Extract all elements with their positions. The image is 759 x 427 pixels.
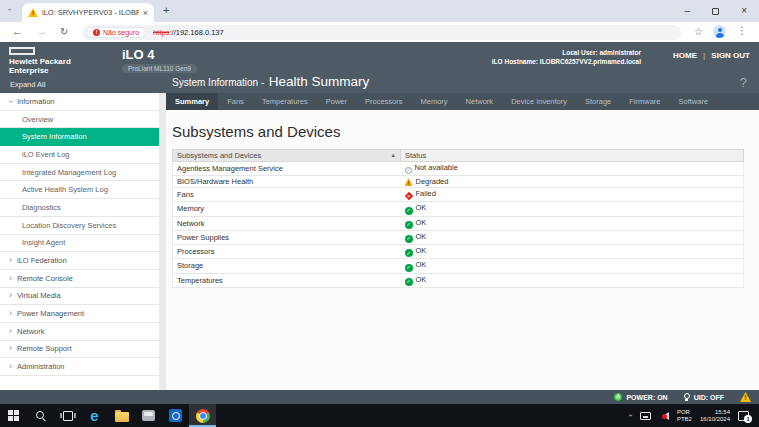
main-content: Subsystems and Devices Subsystems and De… [166,110,759,390]
chevron-right-icon: › [9,256,12,265]
file-explorer-button[interactable] [108,404,135,427]
power-icon [614,393,622,401]
product-block: iLO 4 ProLiant ML110 Gen9 [122,47,197,73]
sidebar: ›InformationOverviewSystem InformationiL… [0,93,159,390]
tab-search-chevron-icon[interactable]: › [5,8,14,11]
power-status-text: POWER: ON [626,394,667,401]
ilo-tab-memory[interactable]: Memory [412,93,457,110]
content-heading: Subsystems and Devices [172,123,759,140]
volume-muted-icon[interactable] [659,412,669,420]
column-header-status[interactable]: Status [401,150,744,162]
sidebar-section-remote-console[interactable]: ›Remote Console [0,270,159,288]
chrome-icon [196,409,210,423]
sidebar-label: Diagnostics [22,203,61,212]
sidebar-section-administration[interactable]: ›Administration [0,358,159,376]
network-icon[interactable] [640,412,651,420]
sidebar-item-insight-agent[interactable]: Insight Agent [0,235,159,253]
window-close-button[interactable]: × [741,6,747,16]
sidebar-label: iLO Federation [17,256,67,265]
start-button[interactable] [0,404,27,427]
sidebar-item-overview[interactable]: Overview [0,111,159,129]
back-button[interactable]: ← [12,25,23,37]
status-text: OK [416,203,427,212]
pinned-app-2-button[interactable] [162,404,189,427]
sidebar-item-location-discovery-services[interactable]: Location Discovery Services [0,217,159,235]
footer-warning-icon[interactable]: ! [740,392,751,402]
ilo-tab-software[interactable]: Software [670,93,718,110]
local-user-text: Local User: administrator [492,49,641,58]
sidebar-label: Virtual Media [17,291,61,300]
search-icon [35,410,47,422]
status-cell: ×Failed [401,188,744,202]
internet-explorer-button[interactable]: e [81,404,108,427]
sidebar-section-power-management[interactable]: ›Power Management [0,305,159,323]
power-status-group[interactable]: POWER: ON [614,393,667,401]
browser-toolbar: ← → ↻ ! Não seguro https://192.168.0.137… [0,22,759,42]
screen: › ! iLO: SRVHYPERV03 - ILOBRC62 × + – × … [0,0,759,427]
reload-button[interactable]: ↻ [60,26,68,37]
sign-out-link[interactable]: SIGN OUT [711,51,750,60]
column-header-subsystems[interactable]: Subsystems and Devices ▲ [173,150,401,162]
table-row-storage: Storage✓OK [173,259,744,273]
sidebar-label: Information [17,97,55,106]
tray-chevron-up-icon[interactable]: › [626,414,635,417]
chevron-right-icon: › [9,274,12,283]
ilo-tab-storage[interactable]: Storage [576,93,620,110]
sidebar-item-active-health-system-log[interactable]: Active Health System Log [0,181,159,199]
ilo-tab-summary[interactable]: Summary [166,93,218,110]
sidebar-scrollbar[interactable] [159,93,166,390]
window-maximize-button[interactable] [712,8,719,15]
sidebar-label: Power Management [17,309,84,318]
bookmark-star-icon[interactable]: ☆ [694,26,703,37]
ilo-tab-network[interactable]: Network [457,93,503,110]
window-minimize-button[interactable]: – [685,6,691,16]
language-indicator[interactable]: POR PTB2 [677,409,692,423]
tab-close-icon[interactable]: × [143,8,148,18]
ilo-tab-device-inventory[interactable]: Device Inventory [502,93,576,110]
expand-all-link[interactable]: Expand All [10,80,45,89]
sidebar-section-virtual-media[interactable]: ›Virtual Media [0,288,159,306]
status-cell: !Degraded [401,175,744,188]
uid-status-group[interactable]: UID: OFF [684,393,724,401]
sidebar-section-remote-support[interactable]: ›Remote Support [0,341,159,359]
browser-menu-icon[interactable]: ⋮ [737,25,747,36]
url-rest: ://192.168.0.137 [169,28,223,37]
help-icon[interactable]: ? [740,75,747,90]
status-text: OK [416,275,427,284]
sidebar-section-ilo-federation[interactable]: ›iLO Federation [0,252,159,270]
page-title-main: Health Summary [269,74,370,89]
ilo-tab-processors[interactable]: Processors [356,93,412,110]
sidebar-item-diagnostics[interactable]: Diagnostics [0,199,159,217]
page-title-prefix: System Information - [172,77,264,88]
subsystem-name-cell: Power Supplies [173,230,401,244]
table-row-power-supplies: Power Supplies✓OK [173,230,744,244]
ilo-tab-temperatures[interactable]: Temperatures [253,93,317,110]
taskbar-search-button[interactable] [27,404,54,427]
sidebar-item-ilo-event-log[interactable]: iLO Event Log [0,146,159,164]
forward-button[interactable]: → [36,25,47,37]
task-view-button[interactable] [54,404,81,427]
sidebar-item-integrated-management-log[interactable]: Integrated Management Log [0,164,159,182]
home-link[interactable]: HOME [673,51,697,60]
sidebar-section-information[interactable]: ›Information [0,93,159,111]
ilo-status-bar: POWER: ON UID: OFF ! [0,390,759,404]
sidebar-section-network[interactable]: ›Network [0,323,159,341]
browser-tab[interactable]: ! iLO: SRVHYPERV03 - ILOBRC62 × [22,3,154,22]
status-cell: ✓OK [401,230,744,244]
session-info: Local User: administrator iLO Hostname: … [492,49,641,66]
chrome-taskbar-button[interactable] [189,404,216,427]
ilo-tab-firmware[interactable]: Firmware [620,93,669,110]
taskbar-clock[interactable]: 15:54 16/10/2024 [700,409,730,423]
sidebar-item-system-information[interactable]: System Information [0,128,159,146]
profile-avatar[interactable] [713,25,726,38]
avatar-body-icon [716,33,724,39]
sidebar-label: Network [17,327,45,336]
new-tab-button[interactable]: + [163,4,169,16]
not-secure-chip[interactable]: ! Não seguro [86,27,146,38]
action-center-icon[interactable]: 1 [738,411,749,421]
ilo-tab-fans[interactable]: Fans [218,93,253,110]
address-bar[interactable]: ! Não seguro https://192.168.0.137 [82,25,681,40]
pinned-app-1-button[interactable] [135,404,162,427]
ilo-tab-power[interactable]: Power [317,93,356,110]
internet-explorer-icon: e [90,408,98,423]
